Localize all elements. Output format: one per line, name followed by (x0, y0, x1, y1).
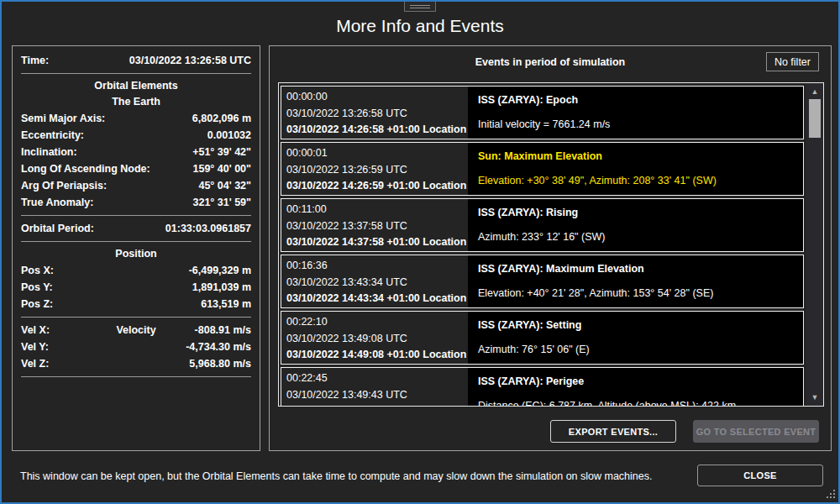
orbital-period-label: Orbital Period: (21, 223, 94, 234)
element-label: Long Of Ascending Node: (21, 163, 150, 175)
event-local-time: 03/10/2022 14:37:58 +01:00 Location (286, 234, 468, 251)
event-times: 00:22:10 03/10/2022 13:49:08 UTC 03/10/2… (281, 312, 468, 364)
event-description: ISS (ZARYA): Maximum Elevation Elevation… (468, 255, 803, 307)
go-to-selected-event-button[interactable]: GO TO SELECTED EVENT (693, 420, 819, 443)
event-local-time: 03/10/2022 14:49:08 +01:00 Location (286, 347, 468, 364)
event-elapsed-time: 00:00:01 (286, 145, 468, 162)
position-value: -6,499,329 m (189, 265, 251, 276)
velocity-label: Vel Y: (21, 341, 49, 353)
event-description: Sun: Maximum Elevation Elevation: +30° 3… (468, 143, 803, 195)
element-label: True Anomaly: (21, 197, 93, 208)
event-detail: Azimuth: 76° 15' 06" (E) (478, 344, 798, 355)
event-detail: Initial velocity = 7661.24 m/s (478, 118, 798, 130)
divider (21, 317, 251, 318)
event-title: ISS (ZARYA): Perigee (478, 375, 798, 387)
element-label: Semi Major Axis: (21, 113, 105, 124)
orbital-info-panel: Time: 03/10/2022 13:26:58 UTC Orbital El… (12, 45, 260, 451)
event-local-time: 03/10/2022 14:49:43 +01:00 Location (286, 403, 468, 407)
event-row[interactable]: 00:00:00 03/10/2022 13:26:58 UTC 03/10/2… (281, 86, 804, 139)
event-utc-time: 03/10/2022 13:49:08 UTC (286, 331, 468, 348)
event-description: ISS (ZARYA): Epoch Initial velocity = 76… (468, 87, 803, 139)
event-title: Sun: Maximum Elevation (478, 150, 798, 162)
element-value: 321° 31' 59" (192, 197, 251, 208)
event-description: ISS (ZARYA): Perigee Distance (EC): 6,78… (468, 368, 803, 407)
position-value: 613,519 m (201, 298, 251, 310)
event-times: 00:00:01 03/10/2022 13:26:59 UTC 03/10/2… (281, 143, 468, 195)
velocity-label: Vel Z: (21, 358, 49, 370)
event-times: 00:22:45 03/10/2022 13:49:43 UTC 03/10/2… (281, 368, 468, 407)
event-row[interactable]: 00:11:00 03/10/2022 13:37:58 UTC 03/10/2… (281, 198, 804, 252)
divider (21, 73, 251, 74)
event-row[interactable]: 00:22:45 03/10/2022 13:49:43 UTC 03/10/2… (281, 367, 804, 407)
export-events-button[interactable]: EXPORT EVENTS... (550, 420, 676, 443)
element-value: 45° 04' 32" (198, 180, 251, 192)
scroll-up-icon[interactable]: ▲ (806, 86, 823, 97)
event-list-items: 00:00:00 03/10/2022 13:26:58 UTC 03/10/2… (279, 83, 806, 407)
event-local-time: 03/10/2022 14:43:34 +01:00 Location (286, 291, 468, 307)
event-row[interactable]: 00:22:10 03/10/2022 13:49:08 UTC 03/10/2… (281, 311, 804, 365)
velocity-label: Vel X: (21, 324, 50, 336)
scrollbar-thumb[interactable] (809, 99, 821, 138)
time-label: Time: (21, 55, 49, 66)
event-elapsed-time: 00:16:36 (286, 258, 468, 275)
event-utc-time: 03/10/2022 13:26:59 UTC (286, 162, 468, 179)
event-list-scrollbar[interactable]: ▲ ▼ (806, 83, 823, 406)
element-label: Eccentricity: (21, 129, 84, 141)
event-local-time: 03/10/2022 14:26:58 +01:00 Location (286, 122, 468, 139)
window-drag-handle[interactable] (404, 2, 436, 12)
divider (21, 215, 251, 216)
window-title: More Info and Events (2, 16, 838, 36)
element-row: Inclination: +51° 39' 42" (13, 144, 260, 160)
divider (21, 241, 251, 242)
events-panel-title: Events in period of simulation (270, 46, 831, 68)
event-utc-time: 03/10/2022 13:37:58 UTC (286, 218, 468, 235)
position-value: 1,891,039 m (192, 281, 251, 293)
event-elapsed-time: 00:00:00 (286, 89, 468, 106)
event-elapsed-time: 00:11:00 (286, 202, 468, 218)
element-value: 6,802,096 m (192, 113, 251, 124)
event-list[interactable]: 00:00:00 03/10/2022 13:26:58 UTC 03/10/2… (278, 82, 824, 407)
event-utc-time: 03/10/2022 13:43:34 UTC (286, 275, 468, 291)
position-row: Pos Y: 1,891,039 m (13, 279, 260, 296)
events-panel: Events in period of simulation No filter… (269, 45, 832, 451)
velocity-row: Vel X: Velocity -808.91 m/s (13, 322, 260, 339)
element-value: 159° 40' 00" (192, 163, 251, 175)
event-local-time: 03/10/2022 14:26:59 +01:00 Location (286, 178, 468, 195)
time-value: 03/10/2022 13:26:58 UTC (129, 55, 251, 66)
event-row[interactable]: 00:00:01 03/10/2022 13:26:59 UTC 03/10/2… (281, 142, 804, 196)
element-value: 0.001032 (207, 129, 251, 141)
footer-note: This window can be kept open, but the Or… (20, 470, 652, 482)
close-button[interactable]: CLOSE (697, 465, 823, 486)
event-detail: Azimuth: 233° 12' 16" (SW) (478, 231, 798, 243)
event-row[interactable]: 00:16:36 03/10/2022 13:43:34 UTC 03/10/2… (281, 255, 804, 308)
event-description: ISS (ZARYA): Setting Azimuth: 76° 15' 06… (468, 312, 803, 364)
scroll-down-icon[interactable]: ▼ (806, 391, 823, 403)
position-label: Pos Z: (21, 298, 53, 310)
event-title: ISS (ZARYA): Maximum Elevation (478, 263, 798, 275)
event-times: 00:11:00 03/10/2022 13:37:58 UTC 03/10/2… (281, 199, 468, 251)
event-description: ISS (ZARYA): Rising Azimuth: 233° 12' 16… (468, 199, 803, 251)
orbital-elements-header: Orbital Elements (13, 78, 260, 94)
event-title: ISS (ZARYA): Setting (478, 319, 798, 331)
velocity-value: -4,734.30 m/s (186, 341, 251, 353)
event-title: ISS (ZARYA): Rising (478, 207, 798, 218)
event-detail: Elevation: +40° 21' 28", Azimuth: 153° 5… (478, 287, 798, 299)
divider (21, 376, 251, 377)
no-filter-button[interactable]: No filter (766, 52, 819, 71)
velocity-value: -808.91 m/s (195, 324, 251, 336)
element-row: True Anomaly: 321° 31' 59" (13, 194, 260, 211)
element-row: Arg Of Periapsis: 45° 04' 32" (13, 177, 260, 194)
event-elapsed-time: 00:22:10 (286, 314, 468, 331)
event-title: ISS (ZARYA): Epoch (478, 94, 798, 106)
element-label: Arg Of Periapsis: (21, 180, 107, 192)
position-row: Pos X: -6,499,329 m (13, 262, 260, 279)
orbital-period-row: Orbital Period: 01:33:03.0961857 (13, 220, 260, 237)
event-detail: Elevation: +30° 38' 49", Azimuth: 208° 3… (478, 175, 798, 186)
element-label: Inclination: (21, 146, 77, 158)
orbital-period-value: 01:33:03.0961857 (165, 223, 251, 234)
velocity-value: 5,968.80 m/s (189, 358, 251, 370)
central-body-name: The Earth (13, 94, 260, 110)
velocity-row: Vel Z: 5,968.80 m/s (13, 355, 260, 372)
resize-grip[interactable] (833, 496, 835, 498)
element-row: Semi Major Axis: 6,802,096 m (13, 110, 260, 127)
